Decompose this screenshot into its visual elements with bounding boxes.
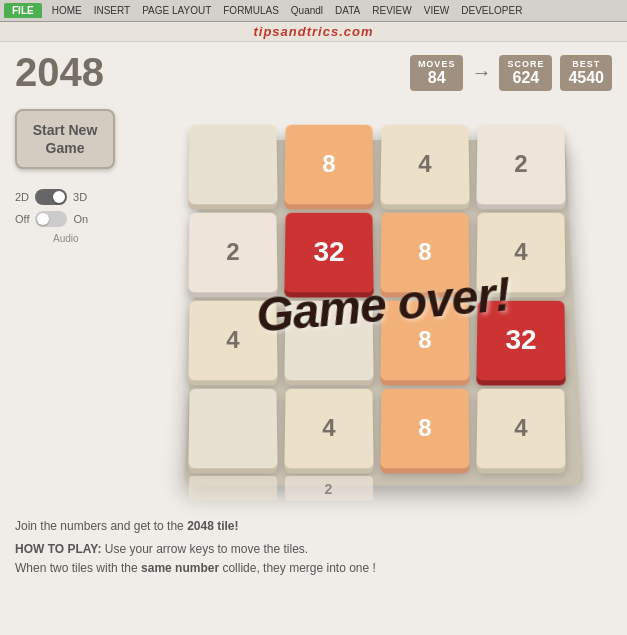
score-label: SCORE: [507, 59, 544, 69]
label-2d: 2D: [15, 191, 29, 203]
game-container: Start NewGame 2D 3D Off On Audio 8 4 2: [0, 99, 627, 509]
toggle-audio[interactable]: [35, 211, 67, 227]
best-label: BEST: [568, 59, 604, 69]
tile-8-r4c3: 8: [380, 389, 469, 469]
how-to-play-label: HOW TO PLAY:: [15, 542, 101, 556]
toolbar-menu: HOME INSERT PAGE LAYOUT FORMULAS Quandl …: [44, 5, 523, 16]
tile-32-r2c2: 32: [284, 213, 373, 293]
browser-toolbar: FILE HOME INSERT PAGE LAYOUT FORMULAS Qu…: [0, 0, 627, 22]
moves-value: 84: [418, 69, 456, 87]
label-off: Off: [15, 213, 29, 225]
bottom-instructions: Join the numbers and get to the 2048 til…: [0, 509, 627, 587]
tile-32-r3c4: 32: [476, 301, 565, 381]
tile-8-r1c2: 8: [284, 125, 373, 205]
tile-8-r2c3: 8: [380, 213, 469, 293]
start-new-game-button[interactable]: Start NewGame: [15, 109, 115, 169]
moves-stat: MOVES 84: [410, 55, 464, 91]
tile-grid-container: 8 4 2 2 32 8 4 4 8 32 4 8 4 2: [189, 124, 579, 484]
game-title: 2048: [15, 50, 135, 95]
tile-2-r5c2: 2: [285, 476, 373, 501]
label-3d: 3D: [73, 191, 87, 203]
toggle-2d-3d[interactable]: [35, 189, 67, 205]
watermark: tipsandtrics.com: [0, 22, 627, 42]
tile-empty-r4c1: [188, 389, 277, 469]
menu-home[interactable]: HOME: [52, 5, 82, 16]
tile-4-r4c2: 4: [284, 389, 373, 469]
tile-4-r3c1: 4: [188, 301, 277, 381]
tile-4-r1c3: 4: [380, 125, 469, 205]
tile-2-r2c1: 2: [188, 213, 277, 293]
left-panel: Start NewGame 2D 3D Off On Audio: [15, 109, 145, 499]
arrow-icon: →: [471, 61, 491, 84]
score-stat: SCORE 624: [499, 55, 552, 91]
best-value: 4540: [568, 69, 604, 87]
best-stat: BEST 4540: [560, 55, 612, 91]
menu-review[interactable]: REVIEW: [372, 5, 411, 16]
highlight-2048: 2048 tile!: [187, 519, 238, 533]
watermark-text: tipsandtrics.com: [253, 24, 373, 39]
how-to-play-text: Use your arrow keys to move the tiles.: [105, 542, 308, 556]
moves-label: MOVES: [418, 59, 456, 69]
audio-label: Audio: [15, 233, 145, 244]
file-tab[interactable]: FILE: [4, 3, 42, 18]
instruction-line2: HOW TO PLAY: Use your arrow keys to move…: [15, 540, 612, 559]
menu-page-layout[interactable]: PAGE LAYOUT: [142, 5, 211, 16]
stats-area: MOVES 84 → SCORE 624 BEST 4540: [145, 55, 612, 91]
instruction-line3: When two tiles with the same number coll…: [15, 559, 612, 578]
score-value: 624: [507, 69, 544, 87]
header-row: 2048 MOVES 84 → SCORE 624 BEST 4540: [0, 42, 627, 99]
tile-4-r2c4: 4: [476, 213, 565, 293]
menu-view[interactable]: VIEW: [424, 5, 450, 16]
tile-empty-r1c1: [188, 125, 277, 205]
tile-8-r3c3: 8: [380, 301, 469, 381]
same-number-highlight: same number: [141, 561, 219, 575]
instruction-line1: Join the numbers and get to the 2048 til…: [15, 517, 612, 536]
board-area: 8 4 2 2 32 8 4 4 8 32 4 8 4 2: [155, 109, 612, 499]
toggle-audio-row: Off On: [15, 211, 145, 227]
tile-empty-r5c1: [189, 476, 277, 501]
tile-4-r4c4: 4: [476, 389, 565, 469]
toggle-2d-3d-row: 2D 3D: [15, 189, 145, 205]
menu-formulas[interactable]: FORMULAS: [223, 5, 279, 16]
label-on: On: [73, 213, 88, 225]
menu-data[interactable]: DATA: [335, 5, 360, 16]
tile-2-r1c4: 2: [476, 125, 565, 205]
menu-developer[interactable]: DEVELOPER: [461, 5, 522, 16]
board-3d: 8 4 2 2 32 8 4 4 8 32 4 8 4 2: [174, 109, 594, 499]
tile-empty-r3c2: [284, 301, 373, 381]
menu-insert[interactable]: INSERT: [94, 5, 131, 16]
menu-quandl[interactable]: Quandl: [291, 5, 323, 16]
